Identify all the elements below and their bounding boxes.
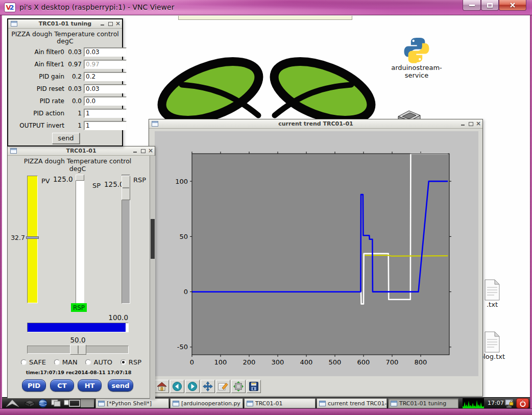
param-entry[interactable] <box>84 84 127 93</box>
param-value: 0.2 <box>66 73 82 80</box>
pid-button[interactable]: PID <box>22 379 46 392</box>
task-arduinooperation[interactable]: [arduinooperation.py -... <box>170 398 243 408</box>
ht-button[interactable]: HT <box>78 379 102 392</box>
radio-auto[interactable]: AUTO <box>85 358 112 366</box>
param-entry[interactable] <box>84 96 127 106</box>
lock-screen-button[interactable] <box>503 399 515 408</box>
maximize-icon[interactable] <box>140 149 145 153</box>
horizontal-slider-handle[interactable] <box>70 345 86 355</box>
pv-marker <box>26 236 39 239</box>
menu-icon <box>6 399 20 407</box>
minimize-icon[interactable] <box>100 21 105 26</box>
svg-text:200: 200 <box>243 358 256 366</box>
zoom-edit-button[interactable] <box>216 380 230 393</box>
task-trc01-01-tuning[interactable]: TRC01-01 tuning <box>388 398 458 408</box>
tuning-row: OUTPUT invert 1 <box>10 119 122 132</box>
pager-icon <box>64 399 80 407</box>
svg-text:100: 100 <box>175 178 188 185</box>
maximize-icon[interactable] <box>468 121 473 126</box>
radio-icon <box>85 359 91 365</box>
vnc-titlebar[interactable]: V2 pi's X desktop (raspberrypi:1) - VNC … <box>0 0 532 15</box>
task-current-trend[interactable]: current trend TRC01-01 <box>317 398 387 408</box>
close-icon[interactable]: × <box>148 149 153 153</box>
menu-button[interactable] <box>5 399 20 408</box>
mode-radio-group: SAFE MAN AUTO RSP <box>21 358 141 366</box>
pv-value: 32.7 <box>8 234 25 241</box>
maximize-icon[interactable] <box>108 21 112 26</box>
pv-bar <box>27 176 38 303</box>
param-entry[interactable] <box>84 72 127 81</box>
param-entry[interactable] <box>84 109 127 118</box>
ct-button[interactable]: CT <box>50 379 74 392</box>
cpu-monitor-icon <box>463 398 484 408</box>
param-entry[interactable] <box>84 121 127 130</box>
taskbar-clock[interactable]: 17:07 <box>488 400 504 406</box>
iconify-all-button[interactable] <box>50 399 62 408</box>
pan-button[interactable] <box>201 380 215 393</box>
trend-window: current trend TRC01-01 × 010020030040050… <box>149 119 483 397</box>
pv-label: PV <box>41 177 50 185</box>
trend-titlebar[interactable]: current trend TRC01-01 × <box>149 119 482 129</box>
subplots-icon <box>233 381 244 392</box>
param-entry[interactable] <box>84 47 127 57</box>
radio-icon <box>54 359 60 365</box>
svg-text:0: 0 <box>190 358 194 366</box>
windows-icon <box>51 399 61 407</box>
param-label: Ain filter1 <box>10 61 64 68</box>
svg-text:-50: -50 <box>177 343 188 351</box>
tuning-row: PID gain 0.2 <box>10 70 122 83</box>
home-button[interactable] <box>155 380 169 393</box>
param-value: 0.03 <box>66 85 82 92</box>
svg-text:100: 100 <box>214 358 227 366</box>
rsp-slider-handle[interactable] <box>122 176 130 200</box>
window-icon <box>98 401 105 406</box>
desktop-icon-arduinostream-service[interactable]: arduinostream- service <box>386 36 447 80</box>
desktop-pager[interactable] <box>63 399 81 408</box>
send-button[interactable]: send <box>108 379 133 392</box>
power-button[interactable] <box>516 398 529 408</box>
window-border-right <box>530 15 532 408</box>
save-button[interactable] <box>247 380 261 393</box>
param-label: PID action <box>10 110 64 117</box>
background-window-edge[interactable] <box>178 16 352 20</box>
sp-slider-track[interactable] <box>76 175 84 304</box>
minimize-icon[interactable] <box>133 149 137 153</box>
task-python-shell[interactable]: [*Python Shell*] <box>95 398 169 408</box>
scrollbar-thumb[interactable] <box>151 219 155 259</box>
web-browser-icon <box>38 399 47 408</box>
tuning-window: TRC01-01 tuning × PIZZA dough Temperatur… <box>7 18 123 147</box>
back-button[interactable] <box>170 380 184 393</box>
sp-slider-handle[interactable] <box>76 175 84 181</box>
tuning-titlebar[interactable]: TRC01-01 tuning × <box>8 19 122 29</box>
web-browser-button[interactable] <box>37 399 49 408</box>
scrollbar[interactable] <box>150 156 155 399</box>
text-file-icon <box>484 279 500 301</box>
tuning-row: PID reset 0.03 <box>10 83 122 95</box>
tuning-row: PID action 1 <box>10 107 122 119</box>
cpu-monitor[interactable] <box>463 398 484 408</box>
faceplate-titlebar[interactable]: TRC01-01 × <box>8 147 155 156</box>
tuning-send-button[interactable]: send <box>52 133 80 144</box>
minimize-icon[interactable] <box>461 121 465 126</box>
text-file-icon <box>484 331 500 353</box>
minimize-button[interactable] <box>463 0 481 11</box>
radio-man[interactable]: MAN <box>54 358 78 366</box>
close-icon[interactable]: × <box>476 121 480 126</box>
pager-cell[interactable] <box>81 399 94 407</box>
close-icon[interactable]: × <box>115 21 120 26</box>
window-icon <box>173 401 179 406</box>
raspberry-pi-leaves-wallpaper <box>153 53 380 130</box>
subplots-button[interactable] <box>231 380 246 393</box>
back-icon <box>172 381 182 392</box>
vnc-viewer-window: V2 pi's X desktop (raspberrypi:1) - VNC … <box>0 0 532 415</box>
maximize-button[interactable] <box>481 0 499 11</box>
param-entry[interactable] <box>84 60 127 69</box>
file-manager-button[interactable] <box>23 399 36 408</box>
radio-rsp[interactable]: RSP <box>120 358 141 366</box>
close-button[interactable] <box>499 0 526 11</box>
param-value: 0.97 <box>66 61 82 68</box>
radio-safe[interactable]: SAFE <box>21 358 46 366</box>
task-trc01-01[interactable]: TRC01-01 <box>244 398 316 408</box>
svg-text:500: 500 <box>329 358 342 366</box>
forward-button[interactable] <box>185 380 200 393</box>
